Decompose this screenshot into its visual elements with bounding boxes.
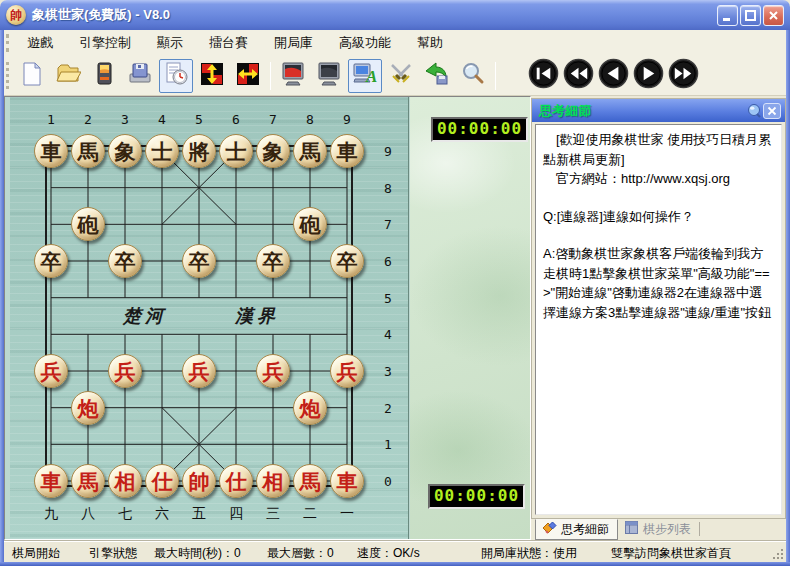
file-label-top: 9 [343,112,351,127]
chess-piece[interactable]: 卒 [34,244,68,278]
file-label-top: 3 [121,112,129,127]
river-label-right: 漢界 [235,304,279,328]
board-panel: 楚河 漢界 1234567899876543210九八七六五四三二一車馬象士將士… [4,96,531,540]
chess-piece[interactable]: 卒 [182,244,216,278]
nav-first-button[interactable] [527,59,560,93]
think-panel-content[interactable]: [歡迎使用象棋世家 使用技巧日積月累 點新棋局更新] 官方網站：http://w… [535,124,782,515]
chess-piece[interactable]: 馬 [293,464,327,498]
rank-label-right: 9 [384,144,392,159]
chess-piece[interactable]: 士 [145,134,179,168]
close-button[interactable] [763,5,784,26]
chess-piece[interactable]: 馬 [71,134,105,168]
menu-item-2[interactable]: 引擎控制 [66,30,144,56]
flip-vertical-button[interactable] [195,59,229,93]
rank-label-right: 8 [384,180,392,195]
open-folder-button[interactable] [51,59,85,93]
menu-item-4[interactable]: 擂台賽 [196,30,261,56]
think-text-line [543,189,774,207]
flip-horizontal-button[interactable] [231,59,265,93]
think-text-line: 官方網站：http://www.xqsj.org [543,169,774,189]
chess-piece[interactable]: 卒 [330,244,364,278]
think-panel-close-button[interactable] [763,103,781,119]
file-label-bottom: 二 [303,505,317,523]
menubar-grip[interactable] [6,34,11,52]
monitor-red-icon [280,61,306,91]
chess-piece[interactable]: 卒 [108,244,142,278]
river-label-left: 楚河 [123,304,167,328]
new-document-button[interactable] [15,59,49,93]
chess-piece[interactable]: 炮 [293,391,327,425]
rank-label-right: 1 [384,437,392,452]
close-icon [767,9,780,22]
rank-label-right: 0 [384,474,392,489]
chess-piece[interactable]: 象 [108,134,142,168]
window-frame [786,28,790,566]
tab-思考細節[interactable]: 思考細節 [535,519,618,540]
app-window: 帥 象棋世家(免費版) - V8.0 遊戲引擎控制顯示擂台賽開局庫高級功能幫助 … [0,0,790,566]
chess-piece[interactable]: 兵 [256,354,290,388]
magnifier-button[interactable] [456,59,490,93]
swords-button[interactable] [384,59,418,93]
chess-piece[interactable]: 車 [330,134,364,168]
save-disk-button[interactable] [123,59,157,93]
minimize-button[interactable] [717,5,738,26]
engine-analysis-button[interactable]: A [348,59,382,93]
chess-piece[interactable]: 車 [34,464,68,498]
toolbar-grip[interactable] [6,62,11,89]
think-panel: 思考細節 [歡迎使用象棋世家 使用技巧日積月累 點新棋局更新] 官方網站：htt… [531,98,786,519]
monitor-red-button[interactable] [276,59,310,93]
chess-piece[interactable]: 車 [330,464,364,498]
status-item-4: 最大層數：0 [267,545,334,562]
menu-item-5[interactable]: 開局庫 [261,30,326,56]
status-item-5: 速度：OK/s [357,545,420,562]
tab-棋步列表[interactable]: 棋步列表 [618,519,699,540]
chess-piece[interactable]: 兵 [108,354,142,388]
red-timer: 00:00:00 [428,484,525,509]
chess-piece[interactable]: 馬 [293,134,327,168]
menu-item-6[interactable]: 高級功能 [326,30,404,56]
nav-first-icon [528,58,559,93]
chess-piece[interactable]: 將 [182,134,216,168]
engine-analysis-icon: A [352,61,378,91]
chess-piece[interactable]: 帥 [182,464,216,498]
chess-piece[interactable]: 士 [219,134,253,168]
nav-next-fast-button[interactable] [667,59,700,93]
think-text-line: Q:[連線器]連線如何操作？ [543,207,774,227]
chess-piece[interactable]: 象 [256,134,290,168]
chess-board[interactable]: 楚河 漢界 1234567899876543210九八七六五四三二一車馬象士將士… [10,97,409,539]
status-item-3: 最大時間(秒)：0 [154,545,241,562]
app-icon: 帥 [6,5,26,25]
menu-item-7[interactable]: 幫助 [404,30,456,56]
monitor-black-button[interactable] [312,59,346,93]
file-label-bottom: 六 [155,505,169,523]
menu-item-1[interactable]: 遊戲 [14,30,66,56]
flip-vertical-icon [199,61,225,91]
chess-piece[interactable]: 仕 [145,464,179,498]
pin-icon[interactable] [745,102,763,120]
nav-next-button[interactable] [632,59,665,93]
file-label-top: 5 [195,112,203,127]
chess-piece[interactable]: 卒 [256,244,290,278]
movelist-icon [624,520,639,538]
chess-piece[interactable]: 相 [108,464,142,498]
chess-piece[interactable]: 馬 [71,464,105,498]
save-device-icon [91,61,117,91]
maximize-button[interactable] [740,5,761,26]
chess-piece[interactable]: 車 [34,134,68,168]
chess-piece[interactable]: 兵 [182,354,216,388]
chess-piece[interactable]: 兵 [330,354,364,388]
menu-item-3[interactable]: 顯示 [144,30,196,56]
chess-piece[interactable]: 炮 [71,391,105,425]
time-settings-button[interactable] [159,59,193,93]
nav-prev-fast-icon [563,58,594,93]
nav-prev-fast-button[interactable] [562,59,595,93]
chess-piece[interactable]: 仕 [219,464,253,498]
chess-piece[interactable]: 相 [256,464,290,498]
save-device-button[interactable] [87,59,121,93]
resize-grip[interactable] [771,547,785,561]
undo-load-button[interactable] [420,59,454,93]
chess-piece[interactable]: 兵 [34,354,68,388]
file-label-top: 4 [158,112,166,127]
think-text-line: A:啓動象棋世家象棋客戶端後輪到我方走棋時1點擊象棋世家菜單"高級功能"==>"… [543,244,774,322]
nav-prev-button[interactable] [597,59,630,93]
